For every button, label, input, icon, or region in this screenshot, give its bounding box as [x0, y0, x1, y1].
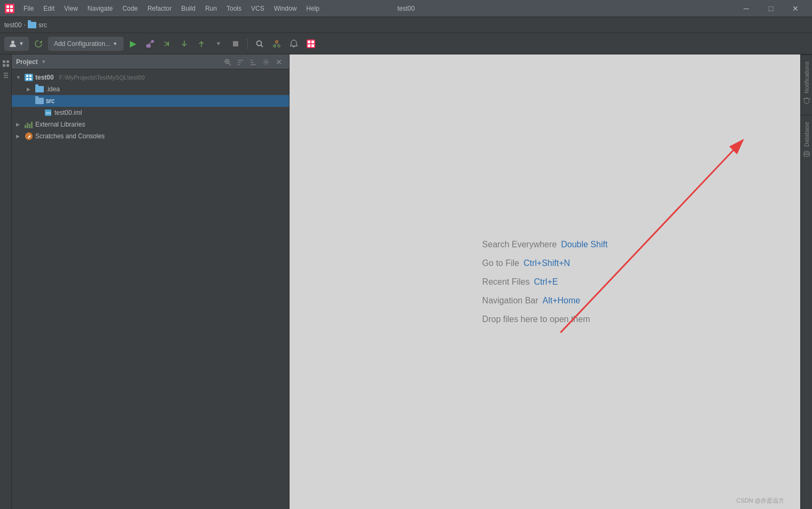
svg-rect-43 [26, 75, 28, 77]
stop-button[interactable] [228, 36, 243, 51]
hint-goto-label: Go to File [482, 254, 519, 272]
database-icon [803, 150, 810, 158]
maximize-button[interactable]: □ [759, 0, 783, 17]
svg-rect-19 [308, 41, 310, 43]
vcs-update-button[interactable] [31, 36, 46, 51]
module-icon [25, 74, 33, 81]
menu-edit[interactable]: Edit [39, 3, 59, 14]
watermark: CSDN @亦是远方 [737, 497, 784, 505]
breadcrumb-separator: › [24, 22, 26, 28]
menu-help[interactable]: Help [302, 3, 324, 14]
editor-hints: Search Everywhere Double Shift Go to Fil… [482, 235, 608, 329]
title-bar: File Edit View Navigate Code Refactor Bu… [0, 0, 812, 17]
add-configuration-button[interactable]: Add Configuration... ▼ [48, 37, 123, 51]
breadcrumb-src[interactable]: src [28, 21, 47, 29]
svg-rect-1 [6, 5, 9, 8]
menu-file[interactable]: File [19, 3, 38, 14]
build-button[interactable] [143, 36, 158, 51]
close-panel-button[interactable] [273, 56, 285, 68]
step-out-button[interactable] [194, 36, 209, 51]
project-text: test00 [4, 21, 22, 29]
menu-tools[interactable]: Tools [222, 3, 246, 14]
search-everywhere-button[interactable] [252, 36, 267, 51]
tree-item-ext-libraries[interactable]: External Libraries [12, 119, 289, 130]
git-log-button[interactable] [269, 36, 284, 51]
svg-rect-2 [10, 5, 13, 8]
svg-rect-10 [233, 41, 238, 46]
project-panel-header: Project ▼ [12, 54, 289, 69]
intellij-icon-button[interactable] [303, 36, 318, 51]
menu-window[interactable]: Window [270, 3, 301, 14]
main-layout: Project ▼ [0, 54, 812, 509]
chevron-ext-libraries [16, 122, 22, 127]
structure-strip-icon[interactable] [1, 71, 11, 80]
run-button[interactable]: ▶ [126, 36, 140, 51]
svg-point-5 [11, 41, 14, 44]
expand-all-button[interactable] [247, 56, 259, 68]
menu-refactor[interactable]: Refactor [143, 3, 176, 14]
notifications-tab[interactable]: Notifications [801, 54, 813, 111]
menu-navigate[interactable]: Navigate [83, 3, 117, 14]
hint-recent-label: Recent Files [482, 272, 530, 291]
notifications-button[interactable] [286, 36, 301, 51]
breadcrumb-project[interactable]: test00 [4, 21, 22, 29]
svg-line-8 [149, 41, 152, 44]
toolbar: ▼ Add Configuration... ▼ ▶ [0, 33, 812, 54]
tree-item-root[interactable]: test00 F:\MyProjects\TestMySQL\test00 [12, 72, 289, 83]
src-folder-label: src [46, 97, 54, 105]
menu-view[interactable]: View [60, 3, 82, 14]
settings-button[interactable] [260, 56, 272, 68]
toolbar-separator [247, 38, 248, 49]
tree-item-iml[interactable]: iml test00.iml [12, 107, 289, 119]
hint-search-label: Search Everywhere [482, 235, 557, 254]
src-folder-icon [28, 22, 36, 28]
locate-file-button[interactable] [222, 56, 233, 68]
panel-title: Project ▼ [16, 58, 220, 66]
scratches-label: Scratches and Consoles [35, 132, 105, 140]
menu-vcs[interactable]: VCS [247, 3, 269, 14]
breadcrumb-src-label: src [38, 21, 47, 29]
tree-item-scratches[interactable]: Scratches and Consoles [12, 130, 289, 142]
hint-goto-key: Ctrl+Shift+N [524, 254, 570, 272]
close-button[interactable]: ✕ [783, 0, 808, 17]
collapse-all-button[interactable] [235, 56, 246, 68]
menu-build[interactable]: Build [177, 3, 200, 14]
tree-item-idea[interactable]: .idea [12, 83, 289, 95]
hint-recent: Recent Files Ctrl+E [482, 272, 608, 291]
add-config-label: Add Configuration... [54, 40, 111, 48]
svg-text:iml: iml [46, 111, 51, 115]
user-button[interactable]: ▼ [4, 37, 29, 51]
chevron-idea [27, 87, 33, 92]
hint-navbar-key: Alt+Home [543, 291, 581, 310]
svg-rect-20 [311, 41, 314, 43]
tree-item-src[interactable]: src [12, 95, 289, 107]
project-strip-icon[interactable] [1, 59, 11, 68]
menu-code[interactable]: Code [118, 3, 142, 14]
database-tab[interactable]: Database [801, 115, 813, 164]
bell-icon [803, 97, 810, 104]
right-sidebar: Notifications Database [800, 54, 812, 509]
svg-rect-46 [29, 78, 32, 80]
panel-title-label: Project [16, 58, 38, 66]
svg-rect-26 [6, 64, 9, 67]
idea-folder-label: .idea [46, 85, 60, 93]
svg-rect-0 [5, 4, 14, 13]
svg-rect-45 [26, 78, 28, 80]
ext-libraries-label: External Libraries [35, 121, 85, 128]
hint-navbar-label: Navigation Bar [482, 291, 538, 310]
step-over-button[interactable] [160, 36, 175, 51]
svg-rect-4 [10, 9, 13, 12]
panel-dropdown-arrow[interactable]: ▼ [41, 59, 46, 65]
svg-rect-44 [29, 75, 32, 77]
svg-line-12 [261, 45, 263, 47]
svg-rect-25 [3, 64, 5, 67]
editor-area: Search Everywhere Double Shift Go to Fil… [290, 54, 800, 509]
step-into-button[interactable] [177, 36, 192, 51]
minimize-button[interactable]: ─ [734, 0, 759, 17]
menu-run[interactable]: Run [201, 3, 221, 14]
dropdown-button[interactable]: ▼ [211, 36, 226, 51]
svg-point-14 [274, 45, 276, 47]
svg-rect-22 [311, 44, 314, 47]
svg-rect-3 [6, 9, 9, 12]
window-controls: ─ □ ✕ [734, 0, 808, 17]
